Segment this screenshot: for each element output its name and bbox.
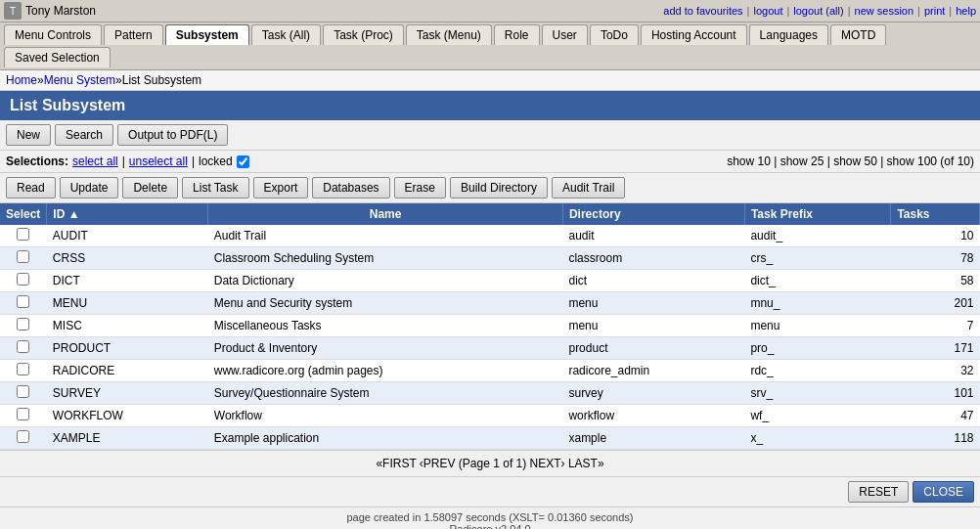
breadcrumb-menu-system[interactable]: Menu System	[44, 73, 115, 87]
nav-tab-task-all[interactable]: Task (All)	[251, 24, 321, 45]
action-btn-list-task[interactable]: List Task	[182, 177, 248, 198]
output-pdf-button[interactable]: Output to PDF(L)	[117, 124, 228, 146]
col-task-prefix[interactable]: Task Prefix	[744, 203, 891, 225]
action-btn-erase[interactable]: Erase	[394, 177, 446, 198]
nav-tab-pattern[interactable]: Pattern	[104, 24, 163, 45]
action-btn-audit-trail[interactable]: Audit Trail	[552, 177, 625, 198]
logout-all-link[interactable]: logout (all)	[793, 5, 843, 17]
nav-tab-subsystem[interactable]: Subsystem	[165, 24, 249, 45]
breadcrumb-home[interactable]: Home	[6, 73, 37, 87]
row-directory: xample	[562, 427, 744, 450]
locked-label: locked	[199, 154, 233, 168]
nav-tab-task-menu[interactable]: Task (Menu)	[406, 24, 492, 45]
row-checkbox[interactable]	[17, 295, 29, 308]
nav-tab-role[interactable]: Role	[494, 24, 540, 45]
row-task-prefix: pro_	[744, 337, 891, 360]
new-session-link[interactable]: new session	[855, 5, 914, 17]
row-checkbox-cell[interactable]	[0, 225, 47, 247]
col-id[interactable]: ID ▲	[47, 203, 208, 225]
row-checkbox[interactable]	[17, 250, 29, 263]
help-link[interactable]: help	[956, 5, 976, 17]
row-task-prefix: dict_	[744, 270, 891, 292]
nav-tab-user[interactable]: User	[542, 24, 588, 45]
row-checkbox-cell[interactable]	[0, 270, 47, 292]
page-header: List Subsystem	[0, 91, 980, 120]
row-checkbox[interactable]	[17, 340, 29, 353]
footer-line1: page created in 1.58097 seconds (XSLT= 0…	[4, 511, 976, 523]
action-btn-build-directory[interactable]: Build Directory	[450, 177, 548, 198]
top-bar-right: add to favourites | logout | logout (all…	[663, 5, 976, 17]
row-checkbox[interactable]	[17, 430, 29, 443]
locked-checkbox[interactable]	[237, 155, 249, 168]
row-checkbox-cell[interactable]	[0, 427, 47, 450]
content-area: List Subsystem New Search Output to PDF(…	[0, 91, 980, 529]
row-checkbox-cell[interactable]	[0, 337, 47, 360]
col-tasks[interactable]: Tasks	[891, 203, 980, 225]
row-task-prefix: x_	[744, 427, 891, 450]
nav-tab-task-proc[interactable]: Task (Proc)	[323, 24, 404, 45]
row-tasks: 171	[891, 337, 980, 360]
reset-button[interactable]: RESET	[848, 481, 909, 503]
saved-selection-tab[interactable]: Saved Selection	[4, 47, 111, 67]
pagination-text: «FIRST ‹PREV (Page 1 of 1) NEXT› LAST»	[376, 457, 603, 470]
table-row: DICTData Dictionarydictdict_58	[0, 270, 980, 292]
selections-right: show 10 | show 25 | show 50 | show 100 (…	[727, 154, 974, 168]
row-tasks: 118	[891, 427, 980, 450]
new-button[interactable]: New	[6, 124, 51, 146]
row-id: MISC	[47, 315, 208, 337]
table-row: XAMPLEExample applicationxamplex_118	[0, 427, 980, 450]
nav-tab-hosting-account[interactable]: Hosting Account	[641, 24, 747, 45]
add-favourites-link[interactable]: add to favourites	[663, 5, 742, 17]
col-name[interactable]: Name	[208, 203, 563, 225]
row-task-prefix: mnu_	[744, 292, 891, 315]
nav-tab-todo[interactable]: ToDo	[590, 24, 639, 45]
row-checkbox-cell[interactable]	[0, 360, 47, 382]
search-button[interactable]: Search	[55, 124, 113, 146]
row-checkbox[interactable]	[17, 363, 29, 375]
action-btn-databases[interactable]: Databases	[312, 177, 389, 198]
row-checkbox-cell[interactable]	[0, 247, 47, 270]
row-directory: menu	[562, 315, 744, 337]
row-checkbox[interactable]	[17, 385, 29, 398]
action-btn-delete[interactable]: Delete	[122, 177, 178, 198]
action-bar: ReadUpdateDeleteList TaskExportDatabases…	[0, 173, 980, 203]
row-checkbox-cell[interactable]	[0, 292, 47, 315]
close-button[interactable]: CLOSE	[913, 481, 974, 503]
col-directory[interactable]: Directory	[562, 203, 744, 225]
col-select: Select	[0, 203, 47, 225]
footer: page created in 1.58097 seconds (XSLT= 0…	[0, 507, 980, 529]
action-btn-export[interactable]: Export	[253, 177, 309, 198]
top-bar: T Tony Marston add to favourites | logou…	[0, 0, 980, 22]
print-link[interactable]: print	[924, 5, 945, 17]
nav-tab-motd[interactable]: MOTD	[830, 24, 886, 45]
row-checkbox[interactable]	[17, 318, 29, 331]
row-task-prefix: wf_	[744, 405, 891, 427]
action-btn-read[interactable]: Read	[6, 177, 56, 198]
row-checkbox-cell[interactable]	[0, 315, 47, 337]
table-row: MENUMenu and Security systemmenumnu_201	[0, 292, 980, 315]
row-checkbox[interactable]	[17, 408, 29, 420]
breadcrumb: Home»Menu System»List Subsystem	[0, 70, 980, 91]
unselect-all-link[interactable]: unselect all	[129, 154, 188, 168]
nav-tab-menu-controls[interactable]: Menu Controls	[4, 24, 102, 45]
action-btn-update[interactable]: Update	[60, 177, 119, 198]
row-checkbox-cell[interactable]	[0, 382, 47, 405]
select-all-link[interactable]: select all	[72, 154, 118, 168]
logout-link[interactable]: logout	[753, 5, 782, 17]
row-checkbox[interactable]	[17, 228, 29, 241]
row-directory: workflow	[562, 405, 744, 427]
row-id: SURVEY	[47, 382, 208, 405]
table-row: PRODUCTProduct & Inventoryproductpro_171	[0, 337, 980, 360]
row-directory: radicore_admin	[562, 360, 744, 382]
footer-line2: Radicore v2.04.0	[4, 523, 976, 529]
top-bar-left: T Tony Marston	[4, 2, 96, 20]
table-row: RADICOREwww.radicore.org (admin pages)ra…	[0, 360, 980, 382]
row-checkbox[interactable]	[17, 273, 29, 286]
row-name: Data Dictionary	[208, 270, 563, 292]
pagination: «FIRST ‹PREV (Page 1 of 1) NEXT› LAST»	[0, 450, 980, 477]
row-directory: dict	[562, 270, 744, 292]
row-id: AUDIT	[47, 225, 208, 247]
row-checkbox-cell[interactable]	[0, 405, 47, 427]
nav-tab-languages[interactable]: Languages	[749, 24, 828, 45]
row-tasks: 47	[891, 405, 980, 427]
